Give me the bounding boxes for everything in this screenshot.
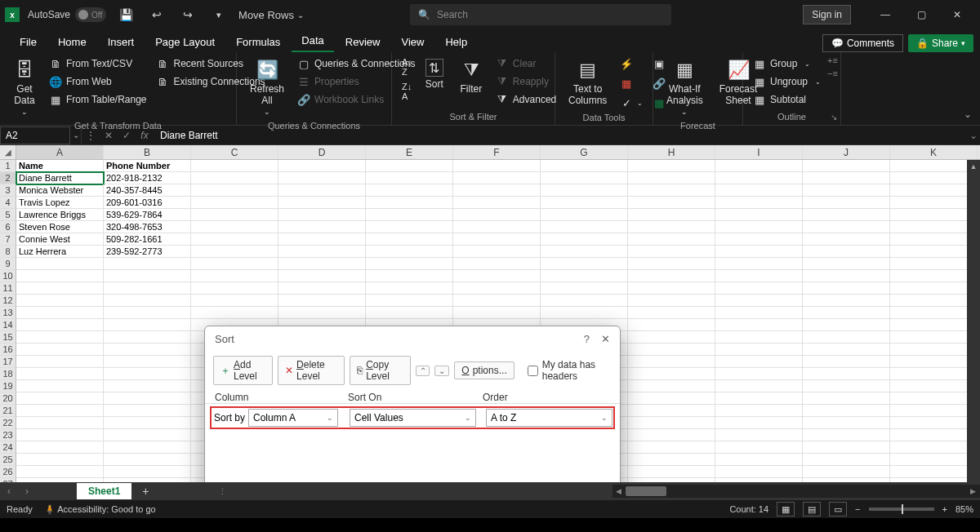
from-web-button[interactable]: 🌐From Web bbox=[46, 73, 150, 90]
cell[interactable] bbox=[890, 441, 978, 454]
cell[interactable] bbox=[890, 368, 978, 380]
add-level-button[interactable]: ＋Add Level bbox=[213, 356, 273, 385]
cell[interactable] bbox=[541, 172, 628, 184]
cell[interactable] bbox=[803, 258, 890, 270]
whatif-button[interactable]: ▦ What-If Analysis ⌄ bbox=[660, 55, 710, 119]
cell[interactable] bbox=[16, 270, 104, 282]
column-header[interactable]: H bbox=[628, 145, 715, 159]
tab-page-layout[interactable]: Page Layout bbox=[145, 32, 225, 52]
cell[interactable] bbox=[890, 246, 978, 258]
spreadsheet-grid[interactable]: ◢ ABCDEFGHIJK 1NamePhone Number2Diane Ba… bbox=[0, 145, 980, 482]
cell[interactable] bbox=[104, 282, 191, 295]
cell[interactable] bbox=[16, 368, 104, 380]
share-button[interactable]: 🔒Share▾ bbox=[908, 34, 973, 52]
cell[interactable] bbox=[366, 246, 453, 258]
cell[interactable] bbox=[16, 319, 104, 331]
row-header[interactable]: 13 bbox=[0, 307, 16, 319]
cell[interactable] bbox=[803, 344, 890, 356]
signin-button[interactable]: Sign in bbox=[803, 5, 851, 24]
cell[interactable]: Name bbox=[16, 160, 104, 172]
cell[interactable] bbox=[453, 282, 541, 295]
cell[interactable] bbox=[803, 160, 890, 172]
row-header[interactable]: 23 bbox=[0, 429, 16, 441]
cell[interactable] bbox=[628, 454, 715, 466]
cell[interactable] bbox=[366, 160, 453, 172]
tab-data[interactable]: Data bbox=[292, 30, 333, 52]
cell[interactable] bbox=[366, 270, 453, 282]
cell[interactable] bbox=[366, 282, 453, 295]
move-down-button[interactable]: ⌄ bbox=[434, 366, 449, 376]
row-header[interactable]: 26 bbox=[0, 466, 16, 478]
normal-view-icon[interactable]: ▦ bbox=[777, 502, 795, 516]
cell[interactable] bbox=[628, 356, 715, 368]
row-header[interactable]: 3 bbox=[0, 184, 16, 197]
cell[interactable] bbox=[16, 417, 104, 429]
cell[interactable] bbox=[104, 466, 191, 478]
cell[interactable] bbox=[16, 344, 104, 356]
zoom-slider[interactable] bbox=[869, 508, 934, 511]
cell[interactable] bbox=[803, 184, 890, 197]
cell[interactable] bbox=[803, 209, 890, 221]
delete-level-button[interactable]: ✕Delete Level bbox=[278, 356, 345, 385]
cell[interactable] bbox=[715, 221, 803, 233]
column-header[interactable]: D bbox=[278, 145, 366, 159]
sort-button[interactable]: ⇅ Sort bbox=[419, 55, 450, 93]
cell[interactable]: Travis Lopez bbox=[16, 197, 104, 209]
cell[interactable] bbox=[628, 417, 715, 429]
text-to-columns-button[interactable]: ▤ Text to Columns bbox=[562, 55, 613, 109]
cell[interactable]: 539-629-7864 bbox=[104, 209, 191, 221]
cell[interactable] bbox=[890, 429, 978, 441]
cell[interactable] bbox=[715, 356, 803, 368]
cell[interactable] bbox=[278, 246, 366, 258]
cell[interactable] bbox=[16, 258, 104, 270]
cell[interactable] bbox=[191, 160, 278, 172]
scroll-up-icon[interactable]: ▲ bbox=[967, 160, 980, 173]
cell[interactable] bbox=[890, 295, 978, 307]
cell[interactable] bbox=[628, 246, 715, 258]
cell[interactable] bbox=[104, 295, 191, 307]
cell[interactable] bbox=[104, 307, 191, 319]
cell[interactable] bbox=[16, 307, 104, 319]
redo-icon[interactable]: ↪ bbox=[176, 3, 199, 26]
get-data-button[interactable]: 🗄 Get Data ⌄ bbox=[7, 55, 42, 119]
cell[interactable] bbox=[104, 454, 191, 466]
outline-launcher-icon[interactable]: ↘ bbox=[831, 113, 837, 122]
comments-button[interactable]: 💬Comments bbox=[822, 34, 903, 52]
row-header[interactable]: 15 bbox=[0, 331, 16, 344]
cell[interactable] bbox=[366, 258, 453, 270]
cell[interactable] bbox=[890, 270, 978, 282]
cell[interactable]: 320-498-7653 bbox=[104, 221, 191, 233]
toggle-switch[interactable]: Off bbox=[75, 7, 106, 22]
cell[interactable] bbox=[16, 405, 104, 417]
from-table-button[interactable]: ▦From Table/Range bbox=[46, 91, 150, 108]
page-layout-icon[interactable]: ▤ bbox=[803, 502, 821, 516]
cell[interactable] bbox=[16, 441, 104, 454]
column-header[interactable]: B bbox=[104, 145, 191, 159]
group-button[interactable]: ▦Group⌄ bbox=[750, 55, 824, 72]
cell[interactable] bbox=[366, 221, 453, 233]
cell[interactable] bbox=[628, 331, 715, 344]
cell[interactable] bbox=[16, 429, 104, 441]
tab-review[interactable]: Review bbox=[336, 32, 390, 52]
filter-button[interactable]: ⧩ Filter bbox=[453, 55, 489, 98]
row-header[interactable]: 1 bbox=[0, 160, 16, 172]
cell[interactable] bbox=[715, 209, 803, 221]
formula-input[interactable]: Diane Barrett bbox=[154, 130, 967, 141]
page-break-icon[interactable]: ▭ bbox=[829, 502, 847, 516]
cell[interactable] bbox=[278, 221, 366, 233]
cell[interactable] bbox=[104, 356, 191, 368]
tab-home[interactable]: Home bbox=[48, 32, 96, 52]
cell[interactable] bbox=[715, 417, 803, 429]
cell[interactable] bbox=[628, 209, 715, 221]
cell[interactable] bbox=[715, 344, 803, 356]
sheet-prev-icon[interactable]: ‹ bbox=[0, 485, 18, 497]
row-header[interactable]: 22 bbox=[0, 417, 16, 429]
column-header[interactable]: E bbox=[366, 145, 453, 159]
cell[interactable] bbox=[278, 172, 366, 184]
column-header[interactable]: C bbox=[191, 145, 278, 159]
cell[interactable] bbox=[628, 478, 715, 482]
column-header[interactable]: K bbox=[890, 145, 978, 159]
move-up-button[interactable]: ⌃ bbox=[416, 366, 430, 376]
cell[interactable] bbox=[104, 380, 191, 392]
cell[interactable] bbox=[191, 258, 278, 270]
